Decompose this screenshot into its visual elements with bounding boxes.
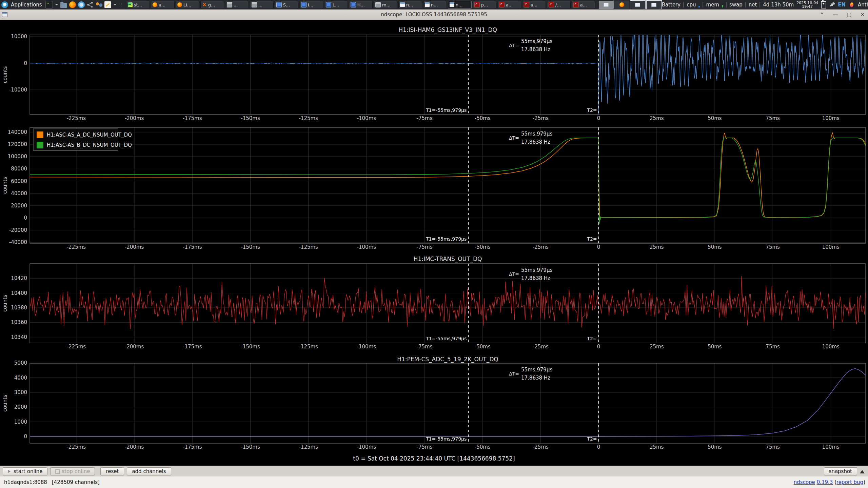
x-tick-label: -175ms xyxy=(183,444,202,450)
y-tick-label: 0 xyxy=(24,215,27,221)
clock[interactable]: 2025-10-0419:47 xyxy=(796,1,818,8)
y-tick-label: 0 xyxy=(24,433,27,440)
taskbar-window-button-12[interactable]: n... xyxy=(423,1,447,9)
firefox-launcher-icon[interactable] xyxy=(69,1,76,8)
plot-3-canvas[interactable]: 1042010400103801036010340-225ms-200ms-17… xyxy=(0,252,868,352)
blue-monitor-icon xyxy=(301,2,307,7)
chevron-down-icon[interactable] xyxy=(113,1,117,8)
legend-label: H1:ASC-AS_A_DC_NSUM_OUT_DQ xyxy=(47,132,132,138)
window-button-label: a... xyxy=(580,2,587,7)
x-tick-label: -50ms xyxy=(475,344,491,350)
ndscope-link[interactable]: ndscope xyxy=(794,479,815,485)
taskbar-window-button-4[interactable]: ... xyxy=(225,1,249,9)
plot-frame xyxy=(30,264,866,343)
uptime-label[interactable]: 4d 13h 50m xyxy=(763,2,794,8)
start-online-button[interactable]: start online xyxy=(3,467,47,475)
snapshot-button[interactable]: snapshot xyxy=(824,467,857,475)
avatar[interactable] xyxy=(848,1,855,8)
red-terminal-icon xyxy=(499,2,505,7)
taskbar-window-button-5[interactable]: ... xyxy=(250,1,274,9)
window-glyph xyxy=(635,3,640,7)
cpu-monitor[interactable]: cpu xyxy=(687,2,696,8)
browser-launcher-icon[interactable] xyxy=(78,1,85,8)
taskbar-window-button-3[interactable]: Xg... xyxy=(200,1,224,9)
plot-1-canvas[interactable]: 100000-10000-225ms-200ms-175ms-150ms-125… xyxy=(0,20,868,124)
y-tick-label: 0 xyxy=(24,60,27,66)
user-name[interactable]: Anthony Sanchez xyxy=(858,2,868,8)
x-tick-label: -100ms xyxy=(357,244,376,250)
terminal-launcher-icon[interactable] xyxy=(45,1,53,8)
x-tick-label: 25ms xyxy=(650,444,664,450)
keyboard-layout[interactable]: EN xyxy=(838,2,846,8)
blue-monitor-icon xyxy=(326,2,331,7)
y-tick-label: -40000 xyxy=(9,239,27,245)
x-tick-label: -200ms xyxy=(125,444,144,450)
taskbar-window-button-2[interactable]: Li... xyxy=(176,1,199,9)
users-icon[interactable] xyxy=(96,1,102,8)
taskbar-window-button-13[interactable]: n... xyxy=(448,1,472,9)
blue-monitor-icon xyxy=(351,2,356,7)
expand-menu-icon[interactable] xyxy=(860,468,865,473)
legend-swatch xyxy=(37,131,43,138)
file-manager-icon[interactable] xyxy=(60,3,67,8)
battery-icon[interactable] xyxy=(821,1,826,8)
distro-logo-icon[interactable] xyxy=(1,1,8,8)
maximize-button[interactable]: ▢ xyxy=(847,9,851,20)
taskbar-window-button-16[interactable]: a... xyxy=(522,1,546,9)
x-tick-label: -175ms xyxy=(183,115,202,121)
taskbar-window-button-7[interactable]: I... xyxy=(299,1,323,9)
swap-monitor[interactable]: swap xyxy=(729,2,743,8)
plot-2-canvas[interactable]: 140000120000100000800006000040000200000-… xyxy=(0,124,868,252)
taskbar-window-button-8[interactable]: L... xyxy=(324,1,348,9)
plot-4[interactable]: 500040003000200010000-225ms-200ms-175ms-… xyxy=(0,352,868,453)
trace-H1:IMC-TRANS_OUT_DQ xyxy=(30,276,866,329)
y-tick-label: 10360 xyxy=(11,319,27,325)
taskbar-window-button-6[interactable]: S... xyxy=(275,1,298,9)
x-tick-label: -150ms xyxy=(241,344,260,350)
gray-window-icon xyxy=(227,2,232,7)
ndscope-titlebar[interactable]: ndscope: LOCKLOSS 1443656698.575195 ⌃ — … xyxy=(0,9,868,20)
reset-button[interactable]: reset xyxy=(100,467,124,475)
taskbar-window-button-18[interactable]: a... xyxy=(572,1,595,9)
applications-menu[interactable]: Applications xyxy=(11,2,42,8)
wrench-icon[interactable] xyxy=(829,2,835,8)
taskbar-window-button-0[interactable]: PCst... xyxy=(126,1,150,9)
notes-icon[interactable] xyxy=(104,1,111,8)
taskbar-window-button-11[interactable]: n... xyxy=(398,1,422,9)
version-links: ndscope 0.19.3 (report bug) xyxy=(794,479,868,485)
share-icon[interactable] xyxy=(87,1,94,8)
plot-1[interactable]: 100000-10000-225ms-200ms-175ms-150ms-125… xyxy=(0,20,868,124)
x-tick-label: 25ms xyxy=(650,244,664,250)
net-monitor[interactable]: net xyxy=(749,2,757,8)
trace-H1:ASC-AS_B_DC_NSUM_OUT_DQ xyxy=(30,138,866,224)
mem-monitor[interactable]: mem xyxy=(706,2,719,8)
workspace-3[interactable] xyxy=(630,0,646,9)
y-tick-label: 1000 xyxy=(14,419,27,425)
minimize-button[interactable]: — xyxy=(833,9,838,20)
shade-button[interactable]: ⌃ xyxy=(820,9,824,20)
chevron-down-icon[interactable] xyxy=(55,1,58,8)
plot-4-canvas[interactable]: 500040003000200010000-225ms-200ms-175ms-… xyxy=(0,352,868,453)
plot-3[interactable]: 1042010400103801036010340-225ms-200ms-17… xyxy=(0,252,868,352)
taskbar-window-button-1[interactable]: a... xyxy=(151,1,175,9)
version-link[interactable]: 0.19.3 xyxy=(817,479,833,485)
add-channels-button[interactable]: add channels xyxy=(127,467,171,475)
taskbar-window-button-9[interactable]: H... xyxy=(349,1,373,9)
x-tick-label: 50ms xyxy=(708,444,722,450)
battery-monitor[interactable]: Battery xyxy=(662,2,681,8)
taskbar-window-button-14[interactable]: p... xyxy=(473,1,496,9)
workspace-2[interactable] xyxy=(614,1,629,9)
close-button[interactable]: ✕ xyxy=(860,9,865,20)
y-tick-label: 10400 xyxy=(11,290,27,296)
workspace-4[interactable] xyxy=(646,0,662,9)
stop-online-button[interactable]: stop online xyxy=(50,467,95,475)
plot-2[interactable]: 140000120000100000800006000040000200000-… xyxy=(0,124,868,252)
taskbar-window-button-17[interactable]: /... xyxy=(547,1,571,9)
workspace-1[interactable] xyxy=(599,1,614,9)
x-tick-label: -200ms xyxy=(125,244,144,250)
taskbar-window-button-10[interactable]: m... xyxy=(374,1,397,9)
window-button-label: /... xyxy=(555,2,561,7)
report-bug-link[interactable]: report bug xyxy=(836,479,863,485)
y-tick-label: 100000 xyxy=(8,154,27,160)
taskbar-window-button-15[interactable]: a... xyxy=(497,1,521,9)
